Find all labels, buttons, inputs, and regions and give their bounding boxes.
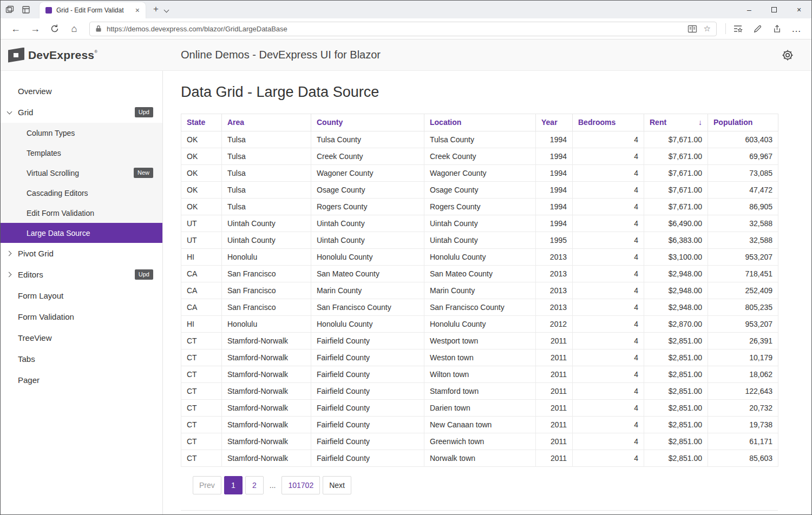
column-header-rent[interactable]: Rent↓ [644, 114, 708, 131]
sidebar-item-edit-form-validation[interactable]: Edit Form Validation [1, 203, 162, 223]
sidebar-item-column-types[interactable]: Column Types [1, 123, 162, 143]
sidebar-item-treeview[interactable]: TreeView [1, 327, 162, 348]
pager-prev[interactable]: Prev [193, 476, 221, 494]
home-button[interactable]: ⌂ [64, 21, 84, 37]
sidebar-item-editors[interactable]: EditorsUpd [1, 264, 162, 285]
pager-next[interactable]: Next [323, 476, 351, 494]
navigation-bar: ← → ⌂ https://demos.devexpress.com/blazo… [1, 18, 811, 39]
browser-tab[interactable]: Grid - Edit Form Validat × [40, 2, 146, 18]
page-body: OverviewGridUpdColumn TypesTemplatesVirt… [1, 71, 811, 514]
table-cell: OK [181, 182, 222, 199]
sidebar-item-label: Form Validation [18, 312, 74, 321]
table-cell: Fairfield County [311, 417, 424, 433]
table-cell: CT [181, 366, 222, 383]
pager-2[interactable]: 2 [245, 476, 264, 494]
refresh-button[interactable] [45, 21, 64, 37]
set-tabs-aside-icon[interactable] [19, 3, 33, 17]
window-controls: – × [737, 1, 811, 18]
column-header-area[interactable]: Area [222, 114, 311, 131]
table-cell: $2,851.00 [644, 333, 708, 349]
tab-close-icon[interactable]: × [133, 6, 142, 15]
sidebar-item-grid[interactable]: GridUpd [1, 102, 162, 123]
table-cell: Greenwich town [424, 433, 536, 450]
column-header-bedrooms[interactable]: Bedrooms [573, 114, 644, 131]
sidebar-item-form-layout[interactable]: Form Layout [1, 285, 162, 306]
gear-icon[interactable] [781, 49, 794, 62]
devexpress-logo[interactable]: DevExpress ® [8, 47, 97, 64]
table-cell: 4 [573, 232, 644, 249]
grid-header-row: StateAreaCountyLocationYearBedroomsRent↓… [181, 114, 778, 131]
column-header-state[interactable]: State [181, 114, 222, 131]
sidebar-item-pager[interactable]: Pager [1, 369, 162, 391]
new-tab-button[interactable]: + [146, 4, 164, 16]
table-cell: 4 [573, 249, 644, 266]
table-cell: CT [181, 433, 222, 450]
table-cell: $2,948.00 [644, 282, 708, 299]
column-header-label: Location [430, 118, 461, 127]
table-cell: Creek County [311, 148, 424, 165]
sidebar-item-tabs[interactable]: Tabs [1, 348, 162, 369]
sidebar-item-label: Pivot Grid [18, 249, 54, 258]
table-cell: 4 [573, 349, 644, 366]
table-cell: Stamford-Norwalk [222, 333, 311, 349]
table-cell: CT [181, 333, 222, 349]
sidebar-item-label: Form Layout [18, 291, 63, 300]
sidebar-item-label: Tabs [18, 354, 35, 364]
table-cell: Norwalk town [424, 450, 536, 467]
table-cell: 4 [573, 215, 644, 232]
table-row: CASan FranciscoSan Francisco CountySan F… [181, 299, 778, 316]
table-row: OKTulsaRogers CountyRogers County19944$7… [181, 199, 778, 215]
column-header-county[interactable]: County [311, 114, 424, 131]
sidebar-item-overview[interactable]: Overview [1, 81, 162, 102]
more-menu-icon[interactable]: … [787, 21, 806, 37]
back-button[interactable]: ← [6, 21, 25, 37]
sidebar-item-label: Pager [18, 375, 40, 385]
sidebar-item-cascading-editors[interactable]: Cascading Editors [1, 183, 162, 203]
sidebar-item-templates[interactable]: Templates [1, 143, 162, 163]
minimize-button[interactable]: – [737, 1, 762, 18]
table-cell: Stamford-Norwalk [222, 366, 311, 383]
address-bar[interactable]: https://demos.devexpress.com/blazor/Grid… [89, 22, 717, 36]
pager-ellipsis[interactable]: ... [266, 476, 279, 494]
forward-button[interactable]: → [25, 21, 45, 37]
table-cell: 32,588 [708, 215, 778, 232]
table-cell: San Francisco [222, 299, 311, 316]
column-header-location[interactable]: Location [424, 114, 536, 131]
table-cell: 1994 [536, 199, 573, 215]
reading-view-icon[interactable] [687, 25, 697, 33]
pager-101702[interactable]: 101702 [281, 476, 320, 494]
web-note-pen-icon[interactable] [748, 21, 767, 37]
table-cell: 85,603 [708, 450, 778, 467]
table-cell: CT [181, 400, 222, 417]
brand-name: DevExpress [28, 47, 94, 64]
close-button[interactable]: × [787, 1, 811, 18]
table-cell: Osage County [424, 182, 536, 199]
sidebar-item-large-data-source[interactable]: Large Data Source [1, 223, 162, 243]
table-cell: Uintah County [424, 232, 536, 249]
table-row: UTUintah CountyUintah CountyUintah Count… [181, 215, 778, 232]
table-cell: HI [181, 316, 222, 333]
maximize-button[interactable] [762, 1, 787, 18]
table-cell: CA [181, 299, 222, 316]
favorite-star-icon[interactable]: ☆ [704, 24, 711, 34]
tab-list-chevron-icon[interactable] [164, 4, 179, 16]
sort-desc-icon: ↓ [698, 118, 702, 127]
column-header-year[interactable]: Year [536, 114, 573, 131]
table-row: CASan FranciscoSan Mateo CountySan Mateo… [181, 266, 778, 282]
table-cell: Honolulu [222, 249, 311, 266]
table-row: CTStamford-NorwalkFairfield CountyWeston… [181, 349, 778, 366]
share-icon[interactable] [767, 21, 787, 37]
sidebar-item-virtual-scrolling[interactable]: Virtual ScrollingNew [1, 163, 162, 183]
column-header-label: Year [541, 118, 558, 127]
column-header-population[interactable]: Population [708, 114, 778, 131]
sidebar-item-pivot-grid[interactable]: Pivot Grid [1, 243, 162, 264]
sidebar-item-form-validation[interactable]: Form Validation [1, 306, 162, 327]
table-cell: 4 [573, 366, 644, 383]
tab-preview-icon[interactable] [3, 3, 17, 17]
pager-1[interactable]: 1 [224, 476, 243, 494]
table-cell: 1995 [536, 232, 573, 249]
favorites-hub-icon[interactable] [728, 21, 748, 37]
table-cell: Tulsa County [311, 131, 424, 148]
table-cell: 47,472 [708, 182, 778, 199]
url-text[interactable]: https://demos.devexpress.com/blazor/Grid… [107, 25, 681, 33]
